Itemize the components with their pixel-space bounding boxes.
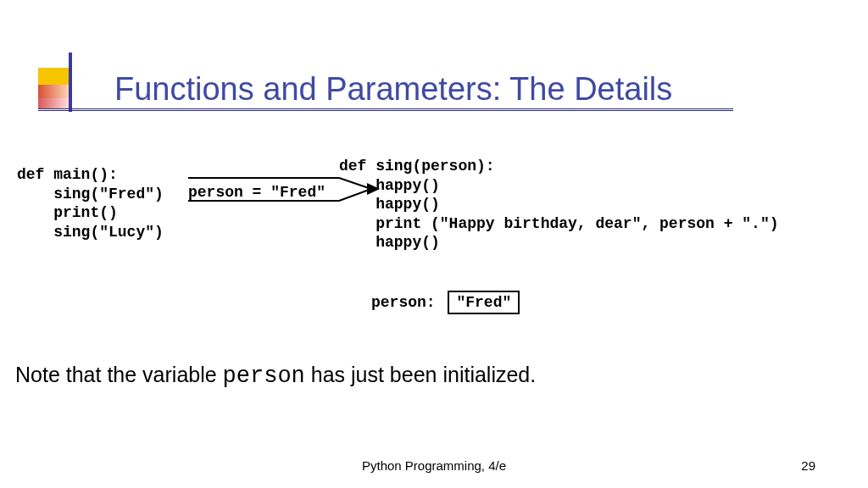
svg-line-3 [339, 189, 371, 201]
svg-marker-4 [367, 183, 380, 195]
note-text: has just been initialized. [305, 363, 536, 386]
sing-function-code: def sing(person): happy() happy() print … [339, 157, 778, 252]
slide-decoration [38, 68, 89, 112]
code-line: happy() [339, 234, 440, 251]
note-text: Note that the variable [15, 363, 223, 386]
arrow-icon [186, 174, 381, 208]
code-line: print() [17, 204, 118, 221]
variable-value-box: "Fred" [448, 291, 520, 314]
variable-state: person: "Fred" [371, 291, 520, 314]
svg-line-2 [339, 178, 371, 189]
variable-name: person: [371, 294, 436, 311]
slide-note: Note that the variable person has just b… [15, 363, 536, 389]
code-line: def sing(person): [339, 158, 495, 175]
note-code: person [223, 363, 305, 389]
decoration-red-box [38, 85, 69, 108]
code-line: print ("Happy birthday, dear", person + … [339, 215, 778, 232]
slide-title: Functions and Parameters: The Details [114, 71, 672, 108]
main-function-code: def main(): sing("Fred") print() sing("L… [17, 165, 164, 241]
code-line: sing("Fred") [17, 186, 164, 202]
decoration-vertical-line [69, 53, 72, 112]
code-line: def main(): [17, 166, 118, 183]
page-number: 29 [801, 458, 815, 473]
code-line: sing("Lucy") [17, 224, 164, 241]
footer-text: Python Programming, 4/e [0, 458, 868, 473]
decoration-horizontal-rule [38, 108, 733, 111]
